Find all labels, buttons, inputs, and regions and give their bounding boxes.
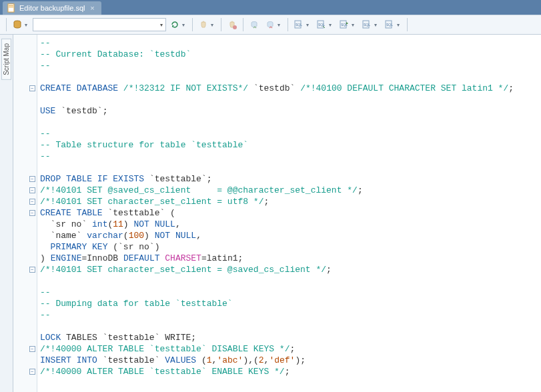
gutter-line: −: [13, 366, 37, 377]
gutter-line: [13, 94, 37, 105]
fold-icon[interactable]: −: [29, 369, 35, 375]
gutter-line: [13, 128, 37, 139]
code-line[interactable]: USE `testdb`;: [40, 105, 541, 117]
code-line[interactable]: [40, 162, 541, 173]
code-area[interactable]: ---- Current Database: `testdb`-- CREATE…: [37, 35, 541, 392]
code-line[interactable]: -- Current Database: `testdb`: [40, 49, 541, 60]
toolbar: ▾ ▾ ▾ ▾ ▾ SQL ▾ SQL ▾ SQL ▾ SQL ▾ SQL ▾: [0, 15, 541, 35]
code-line[interactable]: INSERT INTO `testtable` VALUES (1,'abc')…: [40, 355, 541, 366]
sql-paste-icon[interactable]: SQL: [314, 17, 329, 32]
code-line[interactable]: --: [40, 128, 541, 139]
chevron-down-icon: ▾: [159, 22, 164, 28]
fold-icon[interactable]: −: [29, 267, 35, 273]
code-line[interactable]: --: [40, 37, 541, 49]
sql-new-icon[interactable]: SQL: [382, 17, 397, 32]
code-line[interactable]: -- Table structure for table `testtable`: [40, 139, 541, 151]
db-icon[interactable]: [10, 17, 25, 32]
gutter-line: −: [13, 207, 37, 219]
gutter-line: [13, 71, 37, 83]
gutter-line: [13, 287, 37, 298]
chevron-down-icon[interactable]: ▾: [374, 22, 380, 28]
chevron-down-icon[interactable]: ▾: [329, 22, 334, 28]
connection-select[interactable]: ▾: [33, 18, 166, 31]
svg-rect-0: [8, 4, 14, 12]
code-line[interactable]: CREATE DATABASE /*!32312 IF NOT EXISTS*/…: [40, 83, 541, 94]
chevron-down-icon[interactable]: ▾: [352, 22, 357, 28]
code-line[interactable]: PRIMARY KEY (`sr no`): [40, 241, 541, 253]
refresh-icon[interactable]: [167, 17, 182, 32]
code-line[interactable]: CREATE TABLE `testtable` (: [40, 207, 541, 219]
gutter-line: −: [13, 185, 37, 196]
chevron-down-icon[interactable]: ▾: [25, 22, 30, 28]
fold-icon[interactable]: −: [29, 346, 35, 352]
sidebar: Script Map: [0, 35, 13, 392]
code-line[interactable]: DROP TABLE IF EXISTS `testtable`;: [40, 173, 541, 185]
rollback-icon: [263, 17, 278, 32]
hand-icon: [196, 17, 211, 32]
code-line[interactable]: --: [40, 60, 541, 71]
code-line[interactable]: --: [40, 151, 541, 162]
code-line[interactable]: `name` varchar(100) NOT NULL,: [40, 230, 541, 241]
code-line[interactable]: `sr no` int(11) NOT NULL,: [40, 219, 541, 230]
fold-icon[interactable]: −: [29, 85, 35, 91]
fold-icon[interactable]: −: [29, 210, 35, 216]
code-line[interactable]: /*!40101 SET @saved_cs_client = @@charac…: [40, 185, 541, 196]
gutter-line: [13, 355, 37, 366]
gutter-line: [13, 298, 37, 309]
code-line[interactable]: [40, 321, 541, 332]
sidebar-tab-scriptmap[interactable]: Script Map: [1, 39, 11, 80]
fold-icon[interactable]: −: [29, 199, 35, 205]
chevron-down-icon[interactable]: ▾: [182, 22, 187, 28]
svg-rect-1: [9, 5, 13, 6]
svg-point-4: [233, 25, 237, 29]
svg-text:SQL: SQL: [296, 23, 302, 27]
gutter-line: [13, 321, 37, 332]
chevron-down-icon[interactable]: ▾: [306, 22, 312, 28]
fold-icon[interactable]: −: [29, 187, 35, 193]
code-line[interactable]: [40, 94, 541, 105]
gutter-line: [13, 162, 37, 173]
gutter: −−−−−−−−: [13, 35, 37, 392]
gutter-line: [13, 253, 37, 264]
code-line[interactable]: -- Dumping data for table `testtable`: [40, 298, 541, 309]
fold-icon[interactable]: −: [29, 176, 35, 182]
gutter-line: −: [13, 173, 37, 185]
chevron-down-icon[interactable]: ▾: [397, 22, 402, 28]
close-icon[interactable]: ×: [88, 4, 96, 12]
code-line[interactable]: [40, 71, 541, 83]
tab-bar: Editor backupfile.sql ×: [0, 0, 541, 15]
gutter-line: [13, 60, 37, 71]
code-line[interactable]: /*!40000 ALTER TABLE `testtable` ENABLE …: [40, 366, 541, 377]
code-line[interactable]: --: [40, 309, 541, 321]
code-line[interactable]: [40, 117, 541, 128]
gutter-line: [13, 117, 37, 128]
gutter-line: [13, 139, 37, 151]
hand-stop-icon: [225, 17, 239, 32]
editor[interactable]: −−−−−−−− ---- Current Database: `testdb`…: [13, 35, 541, 392]
code-line[interactable]: /*!40000 ALTER TABLE `testtable` DISABLE…: [40, 343, 541, 355]
chevron-down-icon[interactable]: ▾: [211, 22, 216, 28]
gutter-line: [13, 309, 37, 321]
gutter-line: [13, 151, 37, 162]
sql-copy-icon[interactable]: SQL: [292, 17, 306, 32]
sql-export-icon[interactable]: SQL: [360, 17, 374, 32]
gutter-line: [13, 275, 37, 287]
gutter-line: [13, 49, 37, 60]
chevron-down-icon[interactable]: ▾: [278, 22, 283, 28]
tab-title: Editor backupfile.sql: [19, 4, 85, 12]
code-line[interactable]: --: [40, 287, 541, 298]
code-line[interactable]: /*!40101 SET character_set_client = @sav…: [40, 264, 541, 275]
gutter-line: [13, 37, 37, 49]
gutter-line: [13, 332, 37, 343]
tab-editor-file[interactable]: Editor backupfile.sql ×: [3, 1, 101, 15]
code-line[interactable]: [40, 275, 541, 287]
sql-run-icon[interactable]: SQL: [337, 17, 352, 32]
gutter-line: [13, 105, 37, 117]
gutter-line: −: [13, 83, 37, 94]
svg-text:SQL: SQL: [318, 23, 325, 27]
code-line[interactable]: ) ENGINE=InnoDB DEFAULT CHARSET=latin1;: [40, 253, 541, 264]
gutter-line: −: [13, 196, 37, 207]
code-line[interactable]: LOCK TABLES `testtable` WRITE;: [40, 332, 541, 343]
code-line[interactable]: /*!40101 SET character_set_client = utf8…: [40, 196, 541, 207]
svg-text:SQL: SQL: [364, 23, 370, 27]
